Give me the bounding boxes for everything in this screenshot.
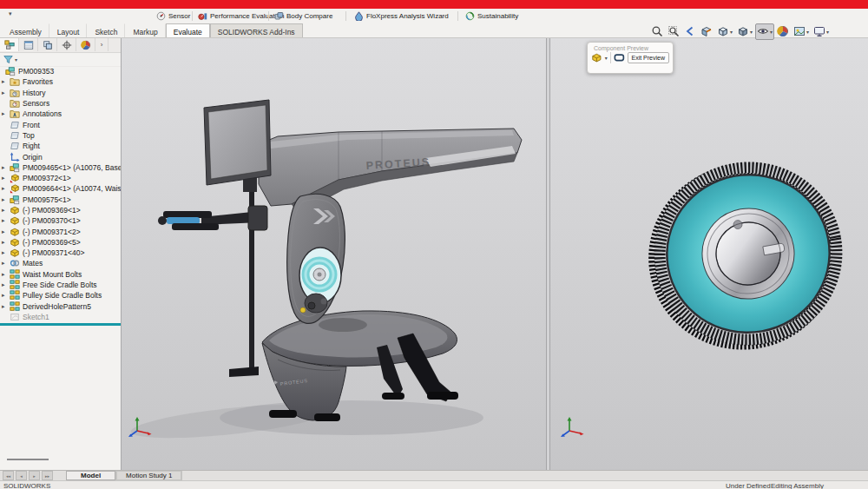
expand-arrow-icon[interactable]: ▸ xyxy=(2,110,10,117)
tree-item-pm009664-1-a10074-waist-assem[interactable]: ▸PM009664<1> (A10074, Waist Assem xyxy=(0,183,121,194)
tree-item-top[interactable]: Top xyxy=(0,130,121,141)
expand-arrow-icon[interactable]: ▸ xyxy=(2,271,10,278)
expand-arrow-icon[interactable]: ▸ xyxy=(2,217,10,224)
step-forward-icon[interactable]: ▸ xyxy=(29,471,40,480)
right-viewport[interactable] xyxy=(550,38,868,470)
tree-item-mates[interactable]: ▸Mates xyxy=(0,258,121,268)
expand-arrow-icon[interactable]: ▸ xyxy=(2,249,10,256)
exit-preview-button[interactable]: Exit Preview xyxy=(628,52,670,63)
expand-arrow-icon[interactable]: ▸ xyxy=(2,260,10,267)
tree-item-pm009371-2[interactable]: ▸(-) PM009371<2> xyxy=(0,226,121,236)
dropdown-caret[interactable]: ▾ xyxy=(826,29,829,35)
tree-item-waist-mount-bolts[interactable]: ▸Waist Mount Bolts xyxy=(0,269,121,280)
toolbar-options-caret[interactable]: ▾ xyxy=(9,10,12,17)
go-start-icon[interactable]: ◂◂ xyxy=(3,471,14,480)
tree-item-pm009371-40[interactable]: ▸(-) PM009371<40> xyxy=(0,248,121,258)
tree-item-pm009370-1[interactable]: ▸(-) PM009370<1> xyxy=(0,215,121,226)
headsup-previous-view-button[interactable] xyxy=(682,23,698,40)
machine-model-canvas[interactable]: PROTEUS PROTEUS xyxy=(122,38,546,470)
tree-filter-row: ▾ xyxy=(0,53,121,67)
tree-item-right[interactable]: Right xyxy=(0,141,121,151)
origin-icon xyxy=(10,152,20,162)
tab-sketch[interactable]: Sketch xyxy=(87,23,125,37)
dropdown-caret[interactable]: ▾ xyxy=(730,29,733,35)
step-back-icon[interactable]: ◂ xyxy=(16,471,27,480)
tree-item-pm009369-5[interactable]: ▸(-) PM009369<5> xyxy=(0,237,121,248)
tree-item-origin[interactable]: Origin xyxy=(0,151,121,162)
headsup-section-view-button[interactable] xyxy=(699,23,714,40)
tree-item-front[interactable]: Front xyxy=(0,119,121,129)
tree-item-favorites[interactable]: ▸Favorites xyxy=(0,76,121,87)
dropdown-caret[interactable]: ▾ xyxy=(750,29,753,35)
expand-arrow-icon[interactable]: ▸ xyxy=(2,281,10,288)
tab-assembly[interactable]: Assembly xyxy=(2,23,49,37)
headsup-hide-show-items-button[interactable]: ▾ xyxy=(755,23,774,40)
pattern-icon xyxy=(10,301,20,312)
tree-item-pm009372-1[interactable]: ▸PM009372<1> xyxy=(0,173,121,183)
panel-tab-dimxpertmanager[interactable] xyxy=(57,38,76,51)
headsup-zoom-fit-button[interactable] xyxy=(649,23,665,40)
panel-tab-propertymanager[interactable] xyxy=(19,38,38,51)
toolbar-separator xyxy=(345,11,346,21)
expand-arrow-icon[interactable]: ▸ xyxy=(2,303,10,310)
bottom-tab-model[interactable]: Model xyxy=(66,471,115,480)
toolbar-button-sensor[interactable]: Sensor xyxy=(155,10,192,22)
expand-arrow-icon[interactable]: ▸ xyxy=(2,89,10,96)
tab-solidworks-add-ins[interactable]: SOLIDWORKS Add-Ins xyxy=(210,23,303,37)
gear-model-canvas[interactable] xyxy=(550,38,868,470)
panel-tab-configurationmanager[interactable] xyxy=(38,38,57,51)
toolbar-button-body-compare[interactable]: Body Compare xyxy=(273,10,334,22)
tree-item-annotations[interactable]: ▸Annotations xyxy=(0,109,121,119)
headsup-apply-scene-button[interactable]: ▾ xyxy=(792,23,811,40)
left-viewport[interactable]: PROTEUS PROTEUS xyxy=(122,38,546,470)
expand-arrow-icon[interactable]: ▸ xyxy=(2,185,10,192)
headsup-view-settings-button[interactable]: ▾ xyxy=(812,23,831,40)
tree-item-pm009465-1-a10076-base-assembl[interactable]: ▸PM009465<1> (A10076, Base Assembl xyxy=(0,162,121,173)
tree-item-history[interactable]: ▸History xyxy=(0,88,121,98)
dropdown-caret[interactable]: ▾ xyxy=(15,56,17,63)
headsup-zoom-area-button[interactable] xyxy=(666,23,681,40)
tab-markup[interactable]: Markup xyxy=(125,23,165,37)
tree-item-sketch1[interactable]: Sketch1 xyxy=(0,312,121,322)
tree-item-pulley-side-cradle-bolts[interactable]: ▸Pulley Side Cradle Bolts xyxy=(0,290,121,301)
expand-arrow-icon[interactable]: ▸ xyxy=(2,207,10,214)
solidworks-window: ▾ SensorPerformance EvaluationBody Compa… xyxy=(0,0,868,489)
expand-arrow-icon[interactable]: ▸ xyxy=(2,78,10,85)
expand-arrow-icon[interactable]: ▸ xyxy=(2,292,10,299)
tree-item-sensors[interactable]: Sensors xyxy=(0,98,121,109)
dropdown-caret[interactable]: ▾ xyxy=(605,55,608,61)
headsup-edit-appearance-button[interactable] xyxy=(775,23,791,40)
toolbar-button-floxpress-analysis-wizard[interactable]: FloXpress Analysis Wizard xyxy=(352,10,450,22)
tree-item-pm009353[interactable]: PM009353 xyxy=(0,66,121,76)
gear-model xyxy=(641,154,851,357)
tree-item-label: PM009353 xyxy=(18,67,54,76)
rollback-bar[interactable] xyxy=(0,323,121,326)
toolbar-button-sustainability[interactable]: Sustainability xyxy=(464,10,520,22)
tree-item-free-side-cradle-bolts[interactable]: ▸Free Side Cradle Bolts xyxy=(0,280,121,290)
expand-arrow-icon[interactable]: ▸ xyxy=(2,196,10,203)
dropdown-caret[interactable]: ▾ xyxy=(806,29,809,35)
expand-arrow-icon[interactable]: ▸ xyxy=(2,239,10,246)
dropdown-caret[interactable]: ▾ xyxy=(770,29,773,35)
panel-tab-displaymanager[interactable] xyxy=(76,38,95,51)
tree-item-pm009369-1[interactable]: ▸(-) PM009369<1> xyxy=(0,205,121,215)
tree-item-derivedholepattern5[interactable]: ▸DerivedHolePattern5 xyxy=(0,301,121,312)
handle-assembly xyxy=(158,206,267,230)
expand-arrow-icon[interactable]: ▸ xyxy=(2,228,10,235)
headsup-view-orientation-button[interactable]: ▾ xyxy=(715,23,734,40)
bottom-tab-motion-study-1[interactable]: Motion Study 1 xyxy=(116,471,181,480)
go-end-icon[interactable]: ▸▸ xyxy=(42,471,53,480)
filter-icon[interactable] xyxy=(3,55,13,64)
tab-evaluate[interactable]: Evaluate xyxy=(166,23,210,37)
tab-layout[interactable]: Layout xyxy=(49,23,88,37)
horizontal-scrollbar-thumb[interactable] xyxy=(7,459,49,460)
panel-tab-featuremanager-tree[interactable] xyxy=(0,38,19,51)
preview-part-icon[interactable] xyxy=(591,52,602,63)
preview-window-icon[interactable] xyxy=(614,52,625,63)
headsup-display-style-button[interactable]: ▾ xyxy=(735,23,754,40)
view-settings-icon xyxy=(813,25,825,37)
more-tabs-icon[interactable]: › xyxy=(95,38,108,51)
tree-item-pm009575-1[interactable]: ▸PM009575<1> xyxy=(0,195,121,205)
expand-arrow-icon[interactable]: ▸ xyxy=(2,164,10,171)
expand-arrow-icon[interactable]: ▸ xyxy=(2,175,10,182)
